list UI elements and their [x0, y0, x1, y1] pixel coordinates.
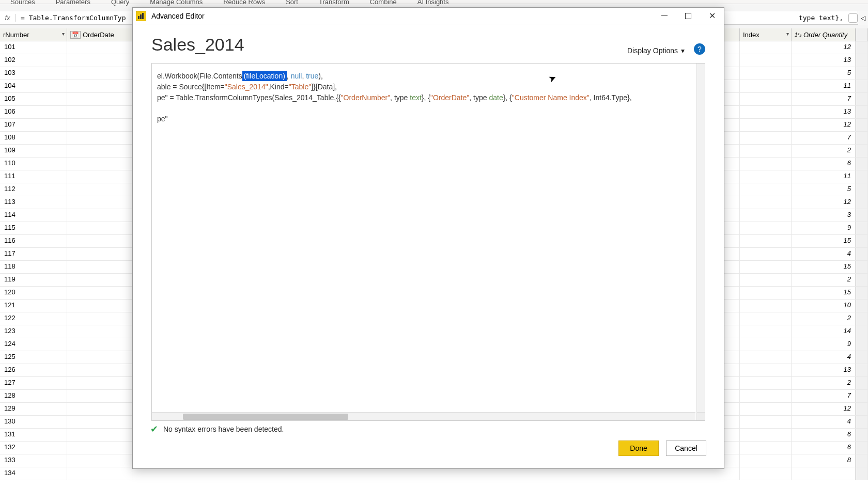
- editor-horizontal-scrollbar[interactable]: [152, 412, 695, 420]
- scrollbar-corner: [696, 412, 705, 420]
- column-label: rNumber: [3, 31, 29, 39]
- ribbon-group: Combine: [370, 0, 397, 6]
- cell-row-number: 128: [0, 390, 67, 402]
- cell-order-date: [67, 41, 132, 54]
- cancel-button[interactable]: Cancel: [666, 440, 706, 456]
- cell-index: [740, 416, 792, 428]
- cell-order-qty: 11: [792, 80, 856, 92]
- dialog-title: Advanced Editor: [151, 12, 205, 20]
- maximize-icon: [685, 13, 691, 19]
- cell-order-qty: 4: [792, 416, 856, 428]
- cell-order-date: [67, 235, 132, 247]
- cell-index: [740, 287, 792, 299]
- cell-scroll: [856, 416, 868, 428]
- cell-row-number: 107: [0, 119, 67, 131]
- cell-spacer: [132, 467, 740, 480]
- cell-scroll: [856, 119, 868, 131]
- cell-scroll: [856, 54, 868, 67]
- cell-scroll: [856, 80, 868, 92]
- cell-row-number: 134: [0, 467, 67, 480]
- cell-order-qty: 5: [792, 183, 856, 196]
- dialog-header: Sales_2014 Display Options ▾ ?: [133, 24, 724, 59]
- cell-index: [740, 390, 792, 402]
- column-label: Index: [743, 31, 760, 39]
- maximize-button[interactable]: [676, 8, 700, 24]
- cell-order-date: [67, 248, 132, 260]
- column-header-order-qty[interactable]: 1²₃ Order Quantity: [792, 28, 856, 41]
- cell-index: [740, 377, 792, 389]
- column-header-row-number[interactable]: rNumber ▾: [0, 28, 67, 41]
- chevron-down-icon: ▾: [681, 46, 685, 55]
- display-options-dropdown[interactable]: Display Options ▾: [627, 46, 685, 55]
- chevron-down-icon[interactable]: ▾: [62, 31, 65, 37]
- scrollbar-thumb[interactable]: [183, 414, 348, 420]
- cell-scroll: [856, 403, 868, 415]
- cell-row-number: 123: [0, 325, 67, 338]
- right-pane-toggle[interactable]: ◁: [858, 11, 868, 25]
- cell-index: [740, 248, 792, 260]
- minimize-button[interactable]: [653, 8, 676, 24]
- cell-scroll: [856, 377, 868, 389]
- chevron-down-icon[interactable]: ▾: [786, 31, 789, 37]
- cell-scroll: [856, 41, 868, 54]
- cell-index: [740, 132, 792, 144]
- cell-row-number: 132: [0, 442, 67, 454]
- query-name-heading: Sales_2014: [151, 35, 627, 55]
- cell-row-number: 104: [0, 80, 67, 92]
- cell-order-qty: 10: [792, 300, 856, 312]
- cell-order-qty: 13: [792, 364, 856, 376]
- help-button[interactable]: ?: [694, 43, 705, 55]
- cell-scroll: [856, 390, 868, 402]
- cell-order-qty: 13: [792, 54, 856, 67]
- cell-index: [740, 119, 792, 131]
- cell-row-number: 113: [0, 196, 67, 209]
- cell-order-qty: 4: [792, 248, 856, 260]
- selected-parameter[interactable]: (fileLocation): [242, 71, 287, 81]
- cell-order-qty: [792, 467, 856, 480]
- cell-order-date: [67, 183, 132, 196]
- column-header-order-date[interactable]: 📅 OrderDate: [67, 28, 132, 41]
- code-editor-container: el.Workbook(File.Contents(fileLocation),…: [151, 63, 705, 421]
- cell-order-qty: 2: [792, 274, 856, 286]
- cell-scroll: [856, 351, 868, 364]
- cell-row-number: 118: [0, 261, 67, 273]
- app-icon: [136, 11, 146, 21]
- cell-order-date: [67, 403, 132, 415]
- cell-order-qty: 12: [792, 403, 856, 415]
- cell-order-date: [67, 209, 132, 222]
- svg-rect-0: [138, 16, 140, 19]
- cell-order-date: [67, 351, 132, 364]
- cell-index: [740, 222, 792, 234]
- number-type-icon: 1²₃: [795, 32, 801, 38]
- cell-scroll: [856, 325, 868, 338]
- cell-order-qty: 7: [792, 132, 856, 144]
- formula-theme-chip[interactable]: [848, 13, 858, 23]
- cell-scroll: [856, 338, 868, 351]
- cell-index: [740, 145, 792, 157]
- cell-row-number: 105: [0, 93, 67, 105]
- cell-index: [740, 403, 792, 415]
- cell-order-date: [67, 222, 132, 234]
- cell-order-date: [67, 442, 132, 454]
- cell-row-number: 109: [0, 145, 67, 157]
- close-button[interactable]: ✕: [700, 8, 724, 24]
- cell-order-date: [67, 312, 132, 325]
- cell-order-qty: 2: [792, 377, 856, 389]
- cell-order-date: [67, 274, 132, 286]
- cell-index: [740, 170, 792, 183]
- table-row[interactable]: 134: [0, 467, 868, 480]
- cell-index: [740, 338, 792, 351]
- column-header-index[interactable]: Index ▾: [740, 28, 792, 41]
- cell-order-date: [67, 454, 132, 467]
- editor-vertical-scrollbar[interactable]: [696, 64, 705, 412]
- cell-index: [740, 429, 792, 441]
- column-label: OrderDate: [83, 31, 114, 39]
- cell-index: [740, 196, 792, 209]
- cell-index: [740, 325, 792, 338]
- cell-order-date: [67, 287, 132, 299]
- fx-icon[interactable]: fx: [0, 14, 16, 22]
- dialog-titlebar[interactable]: Advanced Editor ✕: [133, 8, 724, 24]
- cell-scroll: [856, 287, 868, 299]
- done-button[interactable]: Done: [618, 440, 659, 456]
- code-editor[interactable]: el.Workbook(File.Contents(fileLocation),…: [152, 64, 705, 411]
